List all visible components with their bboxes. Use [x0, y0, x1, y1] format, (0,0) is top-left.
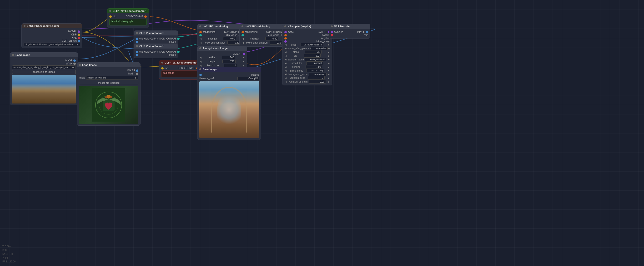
ks-denoise-right-btn[interactable]: ▶ [328, 66, 330, 68]
vae-decode-title: VAE Decode [334, 25, 350, 28]
uc2-noise-left-btn[interactable]: ◀ [242, 42, 244, 44]
uc2-conditioning-out-label: CONDITIONING [266, 31, 284, 33]
node-dot-vd [331, 25, 333, 27]
ks-steps-input[interactable] [305, 50, 322, 54]
ks-seed-right-btn[interactable]: ▶ [328, 43, 330, 46]
ks-batchseed-left-btn[interactable]: ◀ [284, 73, 287, 75]
li1-choose-btn[interactable]: choose file to upload [12, 70, 76, 74]
uc2-strength-left-btn[interactable]: ◀ [242, 38, 244, 40]
uc2-noise-input[interactable] [270, 41, 283, 44]
el-height-left-btn[interactable]: ◀ [199, 60, 202, 63]
li2-file-btn[interactable]: ▶ [134, 77, 137, 79]
li1-file-btn[interactable]: ▶ [72, 66, 74, 68]
ks-positive-in-port [284, 34, 287, 36]
uc1-conditioning-row: conditioning CONDITIONING [199, 31, 245, 33]
unclip-conditioning-2-title: unCLIPConditioning [245, 25, 270, 28]
clip-text-encode-1-conditioning-label: CONDITIONING [126, 15, 144, 18]
loader-vae-row: VAE [24, 36, 80, 39]
uc1-noise-input[interactable] [228, 41, 240, 44]
uc1-strength-left-btn[interactable]: ◀ [199, 38, 202, 40]
li2-file-label: birdshearflower.png [88, 77, 134, 79]
ks-varstrength-right-btn[interactable]: ▶ [328, 81, 330, 83]
uc2-conditioning-in-label: conditioning [245, 31, 258, 33]
cve1-clipvision-row: clip_vision CLIP_VISION_OUTPUT [136, 37, 176, 40]
uc2-strength-row: ◀ strength ▶ [242, 37, 287, 40]
ks-control-value: randomize [311, 47, 328, 50]
ks-scheduler-row: ◀ scheduler normal ▶ [284, 61, 330, 65]
ks-varstrength-input[interactable] [309, 80, 326, 83]
ks-cfg-input[interactable] [304, 54, 320, 58]
empty-latent-title: Empty Latent Image [203, 47, 228, 50]
ks-control-right-btn[interactable]: ▶ [328, 47, 330, 49]
cve2-image-row: image [136, 53, 176, 56]
el-batch-right-btn[interactable]: ▶ [242, 64, 245, 67]
ks-varstrength-row: ◀ variation_strength ▶ [284, 80, 330, 83]
el-height-label: height [209, 60, 215, 63]
ks-control-label: control_after_generate [287, 47, 311, 50]
uc2-strength-input[interactable] [265, 37, 278, 40]
ks-latent-in-label: latent_image [316, 40, 330, 43]
clip-text-encode-1-text[interactable]: beautiful photograph [109, 19, 147, 25]
el-batch-left-btn[interactable]: ◀ [199, 64, 202, 67]
ks-denoise-left-btn[interactable]: ◀ [284, 66, 287, 68]
li2-choose-btn[interactable]: choose file to upload [79, 81, 138, 85]
unclip-conditioning-2-header: unCLIPConditioning [240, 24, 289, 29]
clip-text-encode-2-text[interactable]: bad hands [161, 70, 199, 77]
el-height-right-btn[interactable]: ▶ [242, 60, 245, 63]
el-width-right-btn[interactable]: ▶ [242, 56, 245, 59]
loader-clipvision-label: CLIP_VISION [62, 39, 77, 42]
ks-batchseed-right-btn[interactable]: ▶ [328, 73, 330, 75]
loader-file-btn[interactable]: ▶ [76, 43, 79, 46]
ks-scheduler-label: scheduler [292, 62, 302, 64]
el-width-left-btn[interactable]: ◀ [199, 56, 202, 59]
el-width-label: width [209, 56, 215, 59]
clip-text-encode-1-clip-in-port [109, 15, 112, 18]
ks-cfg-right-btn[interactable]: ▶ [328, 55, 330, 57]
uc1-clipvision-in-port [199, 34, 202, 36]
el-width-input[interactable] [222, 56, 235, 59]
node-dot-ks [284, 25, 286, 27]
uc1-strength-label: strength [208, 37, 217, 40]
li2-image-port [136, 69, 138, 72]
ks-noisemode-value: GPU(-A1111) [306, 69, 324, 72]
loader-vae-label: VAE [72, 36, 77, 39]
ks-steps-left-btn[interactable]: ◀ [284, 51, 287, 53]
li1-thumbnail [12, 75, 76, 103]
ks-varseed-right-btn[interactable]: ▶ [328, 77, 330, 79]
el-height-input[interactable] [222, 60, 236, 63]
ks-varseed-input[interactable] [308, 76, 324, 80]
ks-varseed-left-btn[interactable]: ◀ [284, 77, 287, 79]
ks-scheduler-value: normal [306, 61, 323, 65]
clip-text-encode-2-clip-row: clip CONDITIONING [161, 67, 199, 69]
ksampler-header: KSampler (inspire) [282, 24, 332, 29]
vd-samples-row: samples IMAGE [331, 31, 368, 33]
uc1-strength-input[interactable] [223, 37, 236, 40]
unclip-conditioning-1-title: unCLIPConditioning [203, 25, 228, 28]
uc1-noise-left-btn[interactable]: ◀ [199, 42, 202, 44]
ks-batchseed-row: ◀ batch_seed_mode incremental ▶ [284, 73, 330, 76]
ks-control-left-btn[interactable]: ◀ [284, 47, 287, 49]
ks-noisemode-left-btn[interactable]: ◀ [284, 69, 287, 72]
el-latent-label: LATENT [233, 53, 242, 55]
si-prefix-input[interactable] [238, 77, 259, 80]
ks-sampler-right-btn[interactable]: ▶ [328, 58, 330, 61]
node-dot-si [199, 68, 201, 70]
el-height-row: ◀ height ▶ [199, 60, 245, 63]
cve2-clipvision-in-port [136, 51, 138, 53]
stat-b: B: 0 [2, 249, 16, 252]
unclip-conditioning-2: unCLIPConditioning conditioning CONDITIO… [239, 24, 289, 47]
ks-steps-label: steps [293, 51, 299, 53]
li2-mask-label: MASK [128, 72, 135, 75]
ks-scheduler-left-btn[interactable]: ◀ [284, 62, 287, 64]
uc2-conditioning-in-port [242, 31, 244, 33]
ks-denoise-row: ◀ denoise ▶ [284, 65, 330, 69]
ks-cfg-left-btn[interactable]: ◀ [284, 55, 287, 57]
ks-steps-right-btn[interactable]: ▶ [328, 51, 330, 53]
ks-varstrength-left-btn[interactable]: ◀ [284, 81, 287, 83]
ks-seed-input[interactable] [300, 43, 323, 46]
ks-sampler-left-btn[interactable]: ◀ [284, 58, 287, 61]
ks-noisemode-right-btn[interactable]: ▶ [328, 69, 330, 72]
ks-seed-left-btn[interactable]: ◀ [284, 43, 287, 46]
ks-denoise-input[interactable] [306, 65, 322, 69]
ks-scheduler-right-btn[interactable]: ▶ [328, 62, 330, 64]
